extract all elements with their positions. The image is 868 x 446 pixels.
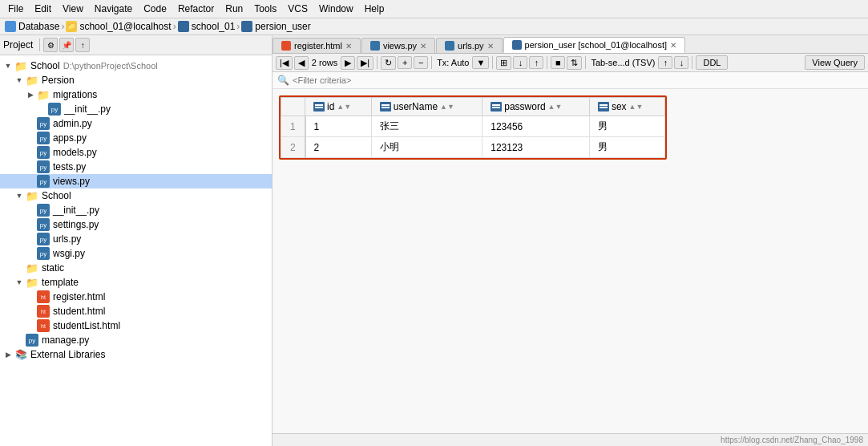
row-num-2: 2 [281, 137, 305, 158]
menu-vcs[interactable]: VCS [283, 2, 313, 16]
py-icon-wsgi: py [37, 247, 50, 260]
col-label-sex: sex [612, 101, 627, 112]
db-last-btn[interactable]: ▶| [357, 56, 373, 70]
tree-item-models-py[interactable]: ▶ py models.py [0, 145, 272, 160]
tree-label-migrations: migrations [53, 89, 97, 100]
file-tree: ▼ 📁 School D:\pythonProject\School ▼ 📁 P… [0, 55, 272, 446]
cell-password-2[interactable]: 123123 [482, 137, 590, 158]
menu-view[interactable]: View [58, 2, 88, 16]
db-submit-btn[interactable]: ⇅ [567, 56, 582, 70]
filter-bar: 🔍 [273, 72, 868, 89]
tree-item-urls-py[interactable]: ▶ py urls.py [0, 232, 272, 246]
col-sort-username[interactable]: ▲▼ [440, 103, 454, 111]
tab-register-html[interactable]: register.html ✕ [273, 38, 361, 53]
cell-sex-2[interactable]: 男 [589, 137, 664, 158]
view-query-button[interactable]: View Query [805, 55, 865, 70]
db-remove-btn[interactable]: − [414, 56, 428, 69]
db-stop-btn[interactable]: ■ [551, 56, 565, 69]
db-prev-btn[interactable]: ◀ [294, 56, 309, 70]
col-label-password: password [504, 101, 545, 112]
menu-navigate[interactable]: Navigate [90, 2, 137, 16]
col-header-username[interactable]: userName ▲▼ [371, 98, 482, 116]
sidebar-btn-settings[interactable]: ⚙ [43, 38, 58, 52]
breadcrumb-database[interactable]: Database [18, 21, 59, 32]
table-row[interactable]: 1 1 张三 123456 男 [281, 116, 665, 137]
tree-label-settings: settings.py [53, 219, 99, 230]
tree-item-migrations[interactable]: ▶ 📁 migrations [0, 87, 272, 102]
tree-item-school-sub[interactable]: ▼ 📁 School [0, 189, 272, 203]
tab-close-register[interactable]: ✕ [345, 42, 352, 51]
col-header-password[interactable]: password ▲▼ [482, 98, 590, 116]
col-label-id: id [327, 101, 334, 112]
menu-run[interactable]: Run [220, 2, 248, 16]
tab-close-urls[interactable]: ✕ [487, 42, 494, 51]
tab-persion-user[interactable]: persion_user [school_01@localhost] ✕ [503, 37, 686, 53]
db-sort-asc-btn[interactable]: ↓ [513, 56, 527, 69]
menu-refactor[interactable]: Refactor [173, 2, 219, 16]
tab-close-views[interactable]: ✕ [420, 42, 426, 51]
tree-item-template[interactable]: ▼ 📁 template [0, 275, 272, 290]
tree-item-init-py[interactable]: ▶ py __init__.py [0, 102, 272, 116]
db-add-btn[interactable]: + [398, 56, 412, 69]
tab-sed-up[interactable]: ↑ [658, 56, 672, 69]
tree-item-wsgi-py[interactable]: ▶ py wsgi.py [0, 246, 272, 261]
col-header-sex[interactable]: sex ▲▼ [589, 98, 664, 116]
ddl-button[interactable]: DDL [696, 55, 728, 70]
tree-item-settings-py[interactable]: ▶ py settings.py [0, 217, 272, 232]
tree-item-register-html[interactable]: ▶ ht register.html [0, 290, 272, 304]
sidebar-btn-up[interactable]: ↑ [75, 38, 90, 52]
tx-label: Tx: Auto [437, 58, 469, 67]
tree-item-persion[interactable]: ▼ 📁 Persion [0, 73, 272, 87]
menu-code[interactable]: Code [139, 2, 172, 16]
cell-password-1[interactable]: 123456 [482, 116, 590, 137]
menu-help[interactable]: Help [360, 2, 390, 16]
html-icon-register: ht [37, 290, 50, 303]
tree-item-views-py[interactable]: ▶ py views.py [0, 174, 272, 189]
cell-username-1[interactable]: 张三 [371, 116, 482, 137]
tree-item-static[interactable]: ▶ 📁 static [0, 261, 272, 275]
main-area: Project ⚙ 📌 ↑ ▼ 📁 School D:\pythonProjec… [0, 35, 868, 446]
tree-item-tests-py[interactable]: ▶ py tests.py [0, 160, 272, 174]
cell-id-2[interactable]: 2 [305, 137, 372, 158]
tab-close-persion[interactable]: ✕ [670, 41, 676, 50]
tree-label-static: static [42, 262, 64, 274]
db-layout-btn[interactable]: ⊞ [496, 56, 511, 70]
db-refresh-btn[interactable]: ↻ [381, 56, 396, 70]
tree-item-studentlist-html[interactable]: ▶ ht studentList.html [0, 318, 272, 333]
tab-sed-down[interactable]: ↓ [674, 56, 688, 69]
tree-label-init2: __init__.py [53, 205, 99, 216]
tx-dropdown[interactable]: ▼ [472, 56, 489, 69]
menu-file[interactable]: File [3, 2, 28, 16]
sidebar: Project ⚙ 📌 ↑ ▼ 📁 School D:\pythonProjec… [0, 35, 273, 446]
py-icon-admin: py [37, 117, 50, 130]
col-sort-password[interactable]: ▲▼ [548, 103, 563, 111]
tree-label-admin: admin.py [53, 118, 92, 129]
filter-input[interactable] [293, 75, 863, 85]
tree-item-ext-libs[interactable]: ▶ 📚 External Libraries [0, 347, 272, 362]
db-next-btn[interactable]: ▶ [341, 56, 355, 70]
menu-window[interactable]: Window [314, 2, 358, 16]
col-sort-sex[interactable]: ▲▼ [629, 103, 644, 111]
tree-item-admin-py[interactable]: ▶ py admin.py [0, 116, 272, 131]
db-sort-desc-btn[interactable]: ↑ [529, 56, 543, 69]
tree-item-school-root[interactable]: ▼ 📁 School D:\pythonProject\School [0, 59, 272, 73]
cell-id-1[interactable]: 1 [305, 116, 372, 137]
tree-item-init-py2[interactable]: ▶ py __init__.py [0, 203, 272, 217]
sidebar-btn-pin[interactable]: 📌 [59, 38, 74, 52]
menu-tools[interactable]: Tools [249, 2, 281, 16]
tree-item-manage-py[interactable]: ▶ py manage.py [0, 333, 272, 347]
breadcrumb-db[interactable]: school_01 [192, 21, 236, 32]
col-sort-id[interactable]: ▲▼ [337, 103, 351, 111]
menu-edit[interactable]: Edit [30, 2, 56, 16]
table-row[interactable]: 2 2 小明 123123 男 [281, 137, 665, 158]
cell-username-2[interactable]: 小明 [371, 137, 482, 158]
col-header-id[interactable]: id ▲▼ [305, 98, 372, 116]
breadcrumb-host[interactable]: school_01@localhost [79, 21, 171, 32]
breadcrumb-table[interactable]: persion_user [255, 21, 310, 32]
tab-urls-py[interactable]: urls.py ✕ [436, 38, 502, 53]
tab-views-py[interactable]: views.py ✕ [361, 38, 435, 53]
db-first-btn[interactable]: |◀ [276, 56, 293, 70]
tree-item-apps-py[interactable]: ▶ py apps.py [0, 131, 272, 145]
tree-item-student-html[interactable]: ▶ ht student.html [0, 304, 272, 318]
cell-sex-1[interactable]: 男 [589, 116, 664, 137]
